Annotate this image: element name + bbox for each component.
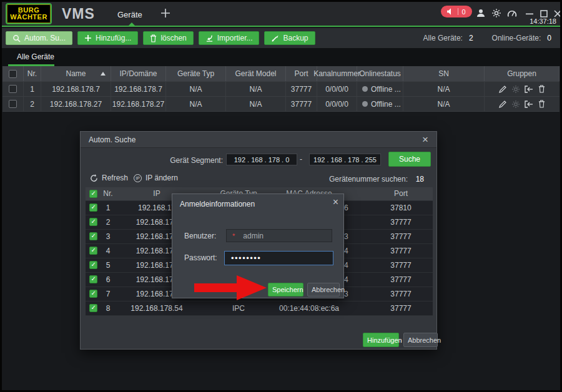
result-checkbox[interactable]	[89, 304, 97, 312]
dialog-close-button[interactable]: ×	[422, 134, 428, 145]
search-icon	[12, 34, 21, 42]
result-checkbox[interactable]	[89, 203, 97, 212]
col-nr: Nr.	[24, 66, 41, 81]
add-selected-button[interactable]: Hinzufügen	[363, 333, 399, 347]
ip-from-input[interactable]: 192 . 168 . 178 . 0	[226, 154, 297, 165]
result-nr: 7	[99, 290, 117, 298]
auto-search-label: Autom. Su...	[24, 34, 66, 42]
device-count-label: Gerätenummer suchen:	[329, 175, 408, 184]
delete-row-button[interactable]	[536, 99, 547, 109]
alarm-divider	[458, 8, 458, 15]
row-checkbox[interactable]	[9, 85, 17, 93]
result-checkbox[interactable]	[89, 218, 97, 226]
result-mac-suffix: 4	[344, 275, 355, 284]
logo-line2: WÄCHTER	[10, 14, 47, 21]
dialog-title: Autom. Suche	[89, 135, 136, 144]
edit-icon	[498, 100, 507, 109]
tab-alle-geraete[interactable]: Alle Geräte	[8, 49, 63, 64]
assign-group-button[interactable]	[523, 84, 534, 94]
required-mark: *	[232, 232, 235, 240]
select-all-checkbox[interactable]	[9, 70, 17, 78]
import-label: Importier...	[217, 34, 253, 42]
result-row[interactable]: 8 192.168.178.54 IPC 00:1e:44:08:ec:6a 3…	[86, 301, 433, 316]
change-ip-button[interactable]: IP IP ändern	[134, 174, 178, 182]
edit-device-button[interactable]	[497, 99, 508, 109]
refresh-button[interactable]: Refresh	[90, 174, 128, 182]
result-ip: 192.168.178.54	[121, 304, 193, 313]
user-icon	[476, 9, 485, 17]
add-device-label: Hinzufüg...	[96, 34, 131, 42]
import-button[interactable]: Importier...	[199, 31, 260, 45]
user-input[interactable]: * admin	[226, 229, 332, 242]
result-nr: 1	[99, 203, 117, 212]
settings-button[interactable]	[491, 7, 502, 19]
row-checkbox[interactable]	[9, 100, 17, 108]
add-device-button[interactable]: Hinzufüg...	[77, 31, 138, 45]
trash-icon	[150, 34, 157, 42]
all-devices-value: 2	[469, 34, 473, 42]
col-groups: Gruppen	[485, 66, 560, 81]
ip-to-input[interactable]: 192 . 168 . 178 . 255	[309, 154, 381, 165]
result-port: 37777	[373, 218, 429, 227]
password-input[interactable]: ••••••••	[224, 251, 333, 265]
row-sn: N/A	[403, 82, 485, 96]
device-settings-button[interactable]	[510, 84, 521, 94]
device-settings-button[interactable]	[510, 99, 521, 109]
dashboard-button[interactable]	[506, 7, 518, 19]
segment-label: Gerät Segment:	[143, 156, 223, 165]
gear-icon	[491, 8, 501, 18]
alarm-badge[interactable]: 0	[441, 6, 472, 17]
table-row[interactable]: 1 192.168.178.7 192.168.178.7 N/A N/A 37…	[2, 82, 560, 97]
login-close-button[interactable]: ×	[333, 197, 338, 208]
titlebar: BURG WÄCHTER VMS Geräte 0	[2, 2, 560, 27]
assign-group-button[interactable]	[523, 99, 534, 109]
vms-window: BURG WÄCHTER VMS Geräte 0	[0, 0, 562, 392]
edit-device-button[interactable]	[497, 84, 508, 94]
delete-icon	[538, 85, 545, 93]
row-status: Offline ...	[371, 100, 401, 109]
result-checkbox[interactable]	[89, 261, 97, 269]
col-name-label: Name	[66, 69, 86, 78]
result-checkbox[interactable]	[89, 247, 97, 255]
delete-icon	[538, 100, 545, 108]
col-name[interactable]: Name	[41, 66, 111, 81]
result-nr: 6	[99, 275, 117, 284]
result-nr: 4	[99, 247, 117, 255]
row-sn: N/A	[403, 97, 485, 111]
password-value: ••••••••	[231, 253, 261, 263]
device-stats: Alle Geräte:2 Online-Geräte:0	[423, 34, 560, 42]
minimize-icon	[526, 10, 533, 17]
burg-waechter-logo: BURG WÄCHTER	[6, 3, 52, 24]
table-row[interactable]: 2 192.168.178.27 192.168.178.27 N/A N/A …	[2, 97, 560, 112]
row-channels: 0/0/0/0	[317, 82, 357, 96]
login-dialog-title: Anmeldeinformationen	[180, 200, 255, 208]
dashboard-icon	[507, 9, 517, 17]
edit-icon	[498, 85, 507, 94]
row-model: N/A	[226, 82, 286, 96]
result-nr: 8	[99, 304, 117, 313]
col-ip: IP/Domäne	[111, 66, 166, 81]
backup-icon	[271, 34, 279, 42]
tab-geraete[interactable]: Geräte	[117, 10, 142, 19]
result-checkbox[interactable]	[89, 275, 97, 283]
result-checkbox[interactable]	[89, 290, 97, 298]
app-title: VMS	[62, 6, 95, 22]
user-label: Benutzer:	[184, 232, 216, 240]
auto-search-button[interactable]: Autom. Su...	[6, 31, 72, 45]
delete-row-button[interactable]	[536, 84, 547, 94]
user-menu-button[interactable]	[475, 7, 486, 19]
result-checkbox[interactable]	[89, 232, 97, 240]
backup-button[interactable]: Backup	[264, 31, 315, 45]
delete-device-button[interactable]: löschen	[143, 31, 193, 45]
row-port: 37777	[286, 97, 317, 111]
row-model: N/A	[226, 97, 286, 111]
search-button[interactable]: Suche	[388, 152, 431, 167]
save-button[interactable]: Speichern	[268, 283, 303, 296]
new-tab-button[interactable]	[159, 7, 172, 20]
cancel-search-button[interactable]: Abbrechen	[403, 333, 438, 347]
select-all-results-checkbox[interactable]	[89, 190, 97, 198]
cancel-login-button[interactable]: Abbrechen	[307, 283, 340, 296]
backup-label: Backup	[283, 34, 308, 42]
col-port: Port	[373, 189, 429, 198]
col-sn: SN	[403, 66, 485, 81]
